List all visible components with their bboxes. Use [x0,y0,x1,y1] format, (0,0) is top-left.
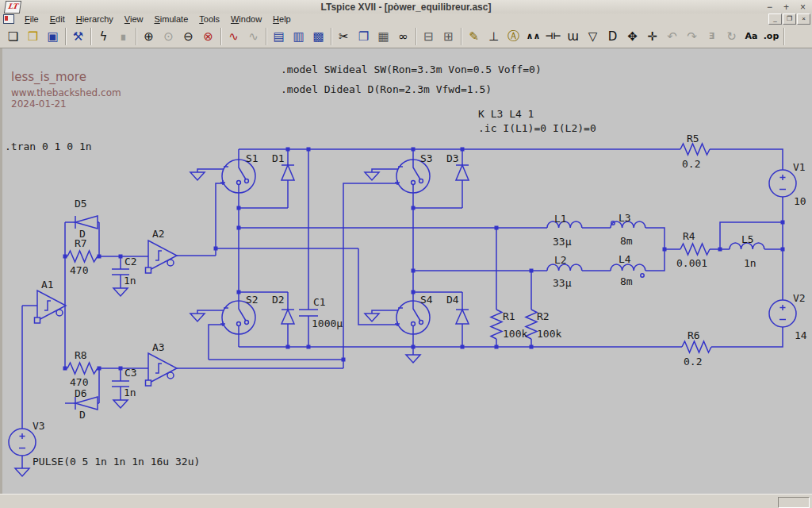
find-button[interactable]: ∞ [393,27,413,46]
value-r4[interactable]: 0.001 [676,257,707,269]
place-resistor-button[interactable]: ∧∧ [523,27,543,46]
menu-hierarchy[interactable]: Hierarchy [71,14,119,24]
open-button[interactable]: ❒ [23,27,43,46]
menu-tools[interactable]: Tools [193,14,225,24]
label-a3[interactable]: A3 [152,341,165,353]
label-s2[interactable]: S2 [246,294,259,306]
label-v1[interactable]: V1 [793,161,806,173]
value-c1[interactable]: 1000µ [312,318,343,329]
value-r1[interactable]: 100k [503,328,527,340]
label-s1[interactable]: S1 [246,152,259,164]
component-r4[interactable] [680,244,710,255]
run-button[interactable]: ϟ [94,27,113,46]
label-r7[interactable]: R7 [75,237,87,249]
place-component-button[interactable]: D [603,27,622,46]
component-d3[interactable] [456,165,469,180]
value-c2[interactable]: 1n [124,275,136,287]
label-r2[interactable]: R2 [537,310,550,322]
control-panel-button[interactable]: ⚒ [68,27,88,46]
value-l5[interactable]: 1n [744,257,756,269]
mdi-minimize-button[interactable]: _ [768,13,782,25]
component-l4[interactable] [611,264,645,271]
print-preview-button[interactable]: ⊞ [439,27,458,46]
label-a1[interactable]: A1 [41,279,54,291]
component-s3[interactable] [395,160,430,193]
window-minimize-button[interactable]: − [767,2,772,13]
component-r1[interactable] [491,310,502,339]
label-r4[interactable]: R4 [683,230,695,242]
component-v2[interactable] [769,300,796,327]
place-label-button[interactable]: Ⓐ [504,27,523,46]
directive-tran[interactable]: .tran 0 1 0 1n [5,140,92,152]
component-a2[interactable] [146,241,178,273]
component-c1[interactable] [299,310,318,316]
label-d2[interactable]: D2 [272,294,285,306]
menu-window[interactable]: Window [225,14,267,24]
drag-button[interactable]: ✥ [622,27,642,46]
component-a3[interactable] [146,353,178,386]
menu-simulate[interactable]: Simulate [148,14,193,24]
print-button[interactable]: ⊟ [419,27,439,46]
cascade-windows-button[interactable]: ▩ [308,27,328,46]
component-c2[interactable] [112,269,129,275]
model-d6[interactable]: D [79,409,86,421]
value-v3[interactable]: PULSE(0 5 1n 1n 1n 16u 32u) [33,456,200,468]
paste-button[interactable]: ▦ [373,27,393,46]
label-d6[interactable]: D6 [75,387,87,399]
cut-button[interactable]: ✂ [334,27,354,46]
tile-horizontally-button[interactable]: ▤ [269,27,289,46]
schematic-canvas[interactable]: less_is_more www.thebackshed.com 2024-01… [0,48,812,494]
mdi-restore-button[interactable]: ❐ [783,13,796,25]
move-button[interactable]: ✛ [642,27,662,46]
label-s3[interactable]: S3 [420,152,433,164]
label-d3[interactable]: D3 [446,152,459,164]
component-c3[interactable] [112,381,129,387]
component-d2[interactable] [282,310,294,324]
component-r6[interactable] [682,341,711,352]
copy-button[interactable]: ❐ [354,27,373,46]
component-s1[interactable] [220,160,255,193]
component-v1[interactable] [769,170,796,197]
label-c1[interactable]: C1 [313,296,326,308]
label-l5[interactable]: L5 [741,233,754,245]
value-l1[interactable]: 33µ [553,236,572,248]
component-d4[interactable] [456,310,469,324]
component-r8[interactable] [67,363,98,374]
spice-directive-button[interactable]: .op [761,27,781,46]
value-l4[interactable]: 8m [620,275,633,287]
value-r7[interactable]: 470 [70,264,88,276]
place-inductor-button[interactable]: ɯ [563,27,583,46]
label-c2[interactable]: C2 [124,256,137,267]
component-r5[interactable] [680,144,710,155]
value-r6[interactable]: 0.2 [684,356,702,368]
component-r7[interactable] [67,251,98,262]
label-d5[interactable]: D5 [75,198,87,210]
menu-file[interactable]: File [19,14,44,24]
label-l3[interactable]: L3 [619,212,631,224]
app-icon[interactable]: LT [4,1,21,13]
directive-model-d[interactable]: .model Dideal D(Ron=2.3m Vfwd=1.5) [281,83,492,95]
menu-help[interactable]: Help [267,14,297,24]
mirror-button[interactable]: Ǝ [702,27,722,46]
value-r8[interactable]: 470 [70,376,88,388]
mdi-close-button[interactable]: × [797,13,810,25]
label-s4[interactable]: S4 [420,294,433,306]
label-r5[interactable]: R5 [687,133,699,144]
label-l1[interactable]: L1 [554,213,567,225]
menu-view[interactable]: View [119,14,149,24]
label-r1[interactable]: R1 [503,310,515,322]
component-d5[interactable] [75,216,98,229]
value-r5[interactable]: 0.2 [682,158,700,170]
save-button[interactable]: ▣ [43,27,63,46]
label-r8[interactable]: R8 [75,349,87,361]
label-d4[interactable]: D4 [446,294,459,306]
directive-coupling[interactable]: K L3 L4 1 [478,108,534,120]
label-v3[interactable]: V3 [33,420,45,432]
value-l3[interactable]: 8m [620,235,633,247]
schematic-window-icon[interactable] [3,14,14,24]
value-c3[interactable]: 1n [124,387,136,398]
text-button[interactable]: Aa [741,27,761,46]
place-capacitor-button[interactable]: ⊣⊢ [543,27,563,46]
label-a2[interactable]: A2 [152,228,165,240]
value-l2[interactable]: 33µ [553,277,572,289]
